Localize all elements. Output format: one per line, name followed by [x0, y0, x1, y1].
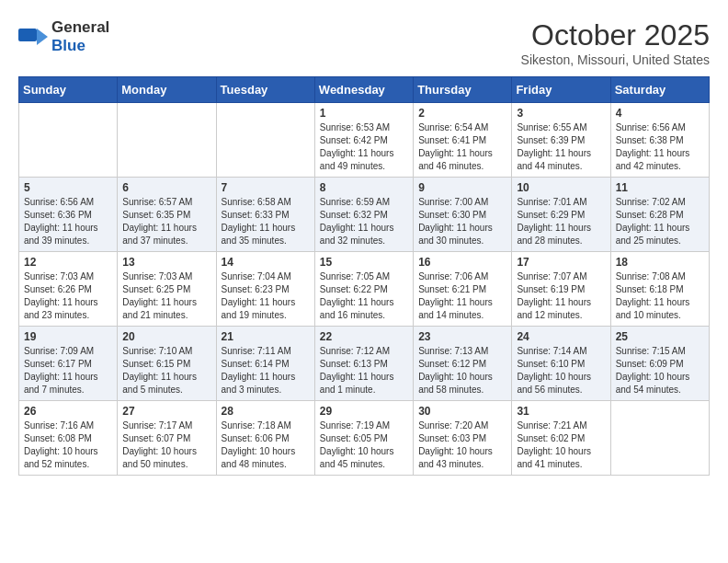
day-info: Sunrise: 7:10 AM Sunset: 6:15 PM Dayligh…	[122, 345, 210, 396]
page-header: General Blue October 2025 Sikeston, Miss…	[18, 18, 710, 67]
day-info: Sunrise: 6:59 AM Sunset: 6:32 PM Dayligh…	[320, 196, 408, 247]
calendar-day-cell: 19Sunrise: 7:09 AM Sunset: 6:17 PM Dayli…	[19, 327, 118, 401]
day-info: Sunrise: 7:11 AM Sunset: 6:14 PM Dayligh…	[222, 345, 310, 396]
day-number: 15	[320, 256, 408, 269]
day-number: 20	[122, 330, 210, 343]
logo-general: General	[51, 18, 109, 36]
day-number: 1	[320, 107, 408, 120]
calendar-day-cell	[216, 103, 314, 178]
calendar-day-cell: 3Sunrise: 6:55 AM Sunset: 6:39 PM Daylig…	[512, 103, 610, 178]
calendar-week-row: 26Sunrise: 7:16 AM Sunset: 6:08 PM Dayli…	[19, 401, 710, 476]
calendar-day-cell: 17Sunrise: 7:07 AM Sunset: 6:19 PM Dayli…	[512, 252, 610, 327]
day-info: Sunrise: 7:19 AM Sunset: 6:05 PM Dayligh…	[320, 419, 408, 471]
calendar-day-cell: 9Sunrise: 7:00 AM Sunset: 6:30 PM Daylig…	[414, 178, 512, 252]
calendar-day-cell	[118, 103, 216, 178]
calendar-day-cell: 24Sunrise: 7:14 AM Sunset: 6:10 PM Dayli…	[512, 327, 610, 401]
day-number: 12	[24, 256, 112, 269]
day-info: Sunrise: 7:03 AM Sunset: 6:25 PM Dayligh…	[122, 270, 210, 322]
calendar-day-cell: 7Sunrise: 6:58 AM Sunset: 6:33 PM Daylig…	[216, 178, 314, 252]
weekday-header: Friday	[512, 77, 610, 103]
day-info: Sunrise: 7:13 AM Sunset: 6:12 PM Dayligh…	[418, 345, 506, 396]
calendar-day-cell	[610, 401, 709, 476]
month-title: October 2025	[521, 18, 710, 52]
day-number: 6	[122, 181, 210, 194]
day-info: Sunrise: 6:54 AM Sunset: 6:41 PM Dayligh…	[418, 121, 506, 173]
day-number: 2	[418, 107, 506, 120]
day-info: Sunrise: 7:02 AM Sunset: 6:28 PM Dayligh…	[616, 196, 704, 247]
calendar-header-row: SundayMondayTuesdayWednesdayThursdayFrid…	[19, 77, 710, 103]
day-number: 26	[24, 405, 112, 418]
calendar-week-row: 19Sunrise: 7:09 AM Sunset: 6:17 PM Dayli…	[19, 327, 710, 401]
day-info: Sunrise: 7:16 AM Sunset: 6:08 PM Dayligh…	[24, 419, 112, 471]
calendar-day-cell	[19, 103, 118, 178]
calendar-day-cell: 13Sunrise: 7:03 AM Sunset: 6:25 PM Dayli…	[118, 252, 216, 327]
calendar-day-cell: 16Sunrise: 7:06 AM Sunset: 6:21 PM Dayli…	[414, 252, 512, 327]
day-number: 7	[222, 181, 310, 194]
day-number: 4	[616, 107, 704, 120]
title-block: October 2025 Sikeston, Missouri, United …	[521, 18, 710, 67]
day-info: Sunrise: 7:03 AM Sunset: 6:26 PM Dayligh…	[24, 270, 112, 322]
day-number: 30	[418, 405, 506, 418]
calendar-day-cell: 21Sunrise: 7:11 AM Sunset: 6:14 PM Dayli…	[216, 327, 314, 401]
day-number: 23	[418, 330, 506, 343]
calendar-day-cell: 29Sunrise: 7:19 AM Sunset: 6:05 PM Dayli…	[314, 401, 413, 476]
calendar-day-cell: 22Sunrise: 7:12 AM Sunset: 6:13 PM Dayli…	[314, 327, 413, 401]
day-info: Sunrise: 7:04 AM Sunset: 6:23 PM Dayligh…	[222, 270, 310, 322]
day-number: 10	[517, 181, 605, 194]
day-info: Sunrise: 7:21 AM Sunset: 6:02 PM Dayligh…	[517, 419, 605, 471]
day-number: 11	[616, 181, 704, 194]
day-info: Sunrise: 7:12 AM Sunset: 6:13 PM Dayligh…	[320, 345, 408, 396]
calendar-day-cell: 15Sunrise: 7:05 AM Sunset: 6:22 PM Dayli…	[314, 252, 413, 327]
day-number: 8	[320, 181, 408, 194]
day-info: Sunrise: 7:05 AM Sunset: 6:22 PM Dayligh…	[320, 270, 408, 322]
calendar-day-cell: 2Sunrise: 6:54 AM Sunset: 6:41 PM Daylig…	[414, 103, 512, 178]
day-info: Sunrise: 7:08 AM Sunset: 6:18 PM Dayligh…	[616, 270, 704, 322]
calendar-day-cell: 27Sunrise: 7:17 AM Sunset: 6:07 PM Dayli…	[118, 401, 216, 476]
logo-icon	[18, 27, 48, 47]
calendar-day-cell: 26Sunrise: 7:16 AM Sunset: 6:08 PM Dayli…	[19, 401, 118, 476]
calendar-week-row: 5Sunrise: 6:56 AM Sunset: 6:36 PM Daylig…	[19, 178, 710, 252]
day-number: 3	[517, 107, 605, 120]
day-number: 31	[517, 405, 605, 418]
day-number: 19	[24, 330, 112, 343]
weekday-header: Thursday	[414, 77, 512, 103]
weekday-header: Tuesday	[216, 77, 314, 103]
calendar-day-cell: 20Sunrise: 7:10 AM Sunset: 6:15 PM Dayli…	[118, 327, 216, 401]
calendar-week-row: 1Sunrise: 6:53 AM Sunset: 6:42 PM Daylig…	[19, 103, 710, 178]
calendar-day-cell: 10Sunrise: 7:01 AM Sunset: 6:29 PM Dayli…	[512, 178, 610, 252]
day-info: Sunrise: 7:06 AM Sunset: 6:21 PM Dayligh…	[418, 270, 506, 322]
day-number: 27	[122, 405, 210, 418]
calendar-day-cell: 1Sunrise: 6:53 AM Sunset: 6:42 PM Daylig…	[314, 103, 413, 178]
day-info: Sunrise: 7:15 AM Sunset: 6:09 PM Dayligh…	[616, 345, 704, 396]
calendar-day-cell: 31Sunrise: 7:21 AM Sunset: 6:02 PM Dayli…	[512, 401, 610, 476]
day-number: 24	[517, 330, 605, 343]
location-title: Sikeston, Missouri, United States	[521, 52, 710, 67]
calendar-day-cell: 18Sunrise: 7:08 AM Sunset: 6:18 PM Dayli…	[610, 252, 709, 327]
calendar-day-cell: 4Sunrise: 6:56 AM Sunset: 6:38 PM Daylig…	[610, 103, 709, 178]
day-number: 18	[616, 256, 704, 269]
day-info: Sunrise: 7:18 AM Sunset: 6:06 PM Dayligh…	[222, 419, 310, 471]
day-number: 25	[616, 330, 704, 343]
calendar-table: SundayMondayTuesdayWednesdayThursdayFrid…	[18, 76, 710, 476]
calendar-day-cell: 8Sunrise: 6:59 AM Sunset: 6:32 PM Daylig…	[314, 178, 413, 252]
calendar-day-cell: 28Sunrise: 7:18 AM Sunset: 6:06 PM Dayli…	[216, 401, 314, 476]
weekday-header: Monday	[118, 77, 216, 103]
day-info: Sunrise: 6:55 AM Sunset: 6:39 PM Dayligh…	[517, 121, 605, 173]
calendar-day-cell: 5Sunrise: 6:56 AM Sunset: 6:36 PM Daylig…	[19, 178, 118, 252]
day-number: 21	[222, 330, 310, 343]
svg-marker-1	[37, 29, 48, 45]
weekday-header: Saturday	[610, 77, 709, 103]
weekday-header: Sunday	[19, 77, 118, 103]
day-number: 22	[320, 330, 408, 343]
day-number: 29	[320, 405, 408, 418]
day-info: Sunrise: 7:09 AM Sunset: 6:17 PM Dayligh…	[24, 345, 112, 396]
day-number: 13	[122, 256, 210, 269]
day-info: Sunrise: 7:07 AM Sunset: 6:19 PM Dayligh…	[517, 270, 605, 322]
calendar-day-cell: 23Sunrise: 7:13 AM Sunset: 6:12 PM Dayli…	[414, 327, 512, 401]
day-info: Sunrise: 7:01 AM Sunset: 6:29 PM Dayligh…	[517, 196, 605, 247]
calendar-day-cell: 14Sunrise: 7:04 AM Sunset: 6:23 PM Dayli…	[216, 252, 314, 327]
calendar-day-cell: 11Sunrise: 7:02 AM Sunset: 6:28 PM Dayli…	[610, 178, 709, 252]
day-info: Sunrise: 6:58 AM Sunset: 6:33 PM Dayligh…	[222, 196, 310, 247]
day-info: Sunrise: 7:17 AM Sunset: 6:07 PM Dayligh…	[122, 419, 210, 471]
logo-blue: Blue	[51, 37, 85, 54]
